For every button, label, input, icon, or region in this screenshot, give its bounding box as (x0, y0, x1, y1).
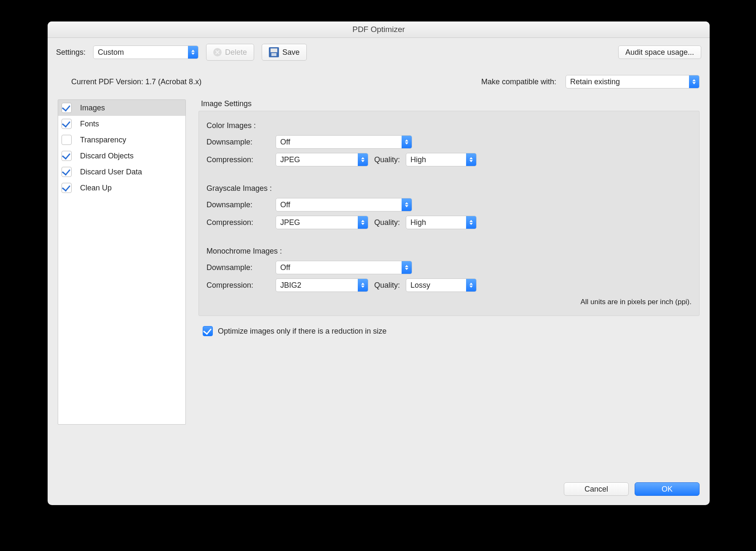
make-compatible-value: Retain existing (566, 78, 689, 86)
gray-compression-select[interactable]: JPEG (276, 216, 368, 229)
delete-button: Delete (206, 44, 254, 61)
mono-quality-value: Lossy (406, 281, 466, 290)
color-quality-value: High (406, 155, 466, 164)
checkbox-discard-user-data[interactable] (62, 167, 72, 177)
mono-downsample-select[interactable]: Off (276, 261, 412, 274)
mono-compression-value: JBIG2 (276, 281, 358, 290)
ok-button[interactable]: OK (635, 482, 700, 496)
checkbox-optimize-only-if-reduction[interactable] (203, 326, 213, 336)
image-settings-title: Image Settings (201, 99, 700, 108)
sidebar-item-label: Clean Up (80, 184, 112, 193)
color-compression-value: JPEG (276, 155, 358, 164)
toolbar: Settings: Custom Delete Save Audit space… (48, 38, 710, 61)
make-compatible-label: Make compatible with: (481, 78, 556, 86)
chevrons-icon (402, 261, 412, 274)
grayscale-images-title: Grayscale Images : (206, 184, 692, 193)
gray-downsample-value: Off (276, 201, 402, 209)
info-row: Current PDF Version: 1.7 (Acrobat 8.x) M… (48, 61, 710, 88)
chevrons-icon (358, 153, 368, 166)
sidebar-item-label: Images (80, 104, 105, 112)
color-compression-select[interactable]: JPEG (276, 153, 368, 166)
settings-label: Settings: (56, 48, 86, 57)
color-downsample-select[interactable]: Off (276, 135, 412, 149)
color-images-title: Color Images : (206, 121, 692, 130)
color-quality-label: Quality: (374, 155, 400, 164)
window-title: PDF Optimizer (48, 21, 710, 38)
gray-compression-label: Compression: (206, 218, 270, 227)
checkbox-fonts[interactable] (62, 119, 72, 129)
sidebar-item-fonts[interactable]: Fonts (58, 116, 185, 132)
sidebar-item-images[interactable]: Images (58, 100, 185, 116)
dialog-buttons: Cancel OK (564, 482, 700, 496)
audit-space-usage-button[interactable]: Audit space usage... (618, 45, 701, 59)
save-button[interactable]: Save (262, 44, 307, 61)
chevrons-icon (689, 75, 699, 88)
delete-button-label: Delete (225, 48, 247, 57)
make-compatible-select[interactable]: Retain existing (566, 75, 700, 88)
mono-quality-select[interactable]: Lossy (406, 278, 477, 292)
cancel-button[interactable]: Cancel (564, 482, 629, 496)
color-quality-select[interactable]: High (406, 153, 477, 166)
gray-quality-label: Quality: (374, 218, 400, 227)
color-downsample-label: Downsample: (206, 138, 270, 147)
category-sidebar: Images Fonts Transparency Discard Object… (58, 99, 186, 425)
gray-quality-value: High (406, 218, 466, 227)
main-panel: Image Settings Color Images : Downsample… (198, 99, 700, 425)
pdf-optimizer-window: PDF Optimizer Settings: Custom Delete Sa… (48, 21, 710, 505)
chevrons-icon (188, 46, 198, 59)
checkbox-images[interactable] (62, 103, 72, 113)
checkbox-clean-up[interactable] (62, 183, 72, 193)
gray-downsample-label: Downsample: (206, 201, 270, 209)
checkbox-transparency[interactable] (62, 135, 72, 145)
chevrons-icon (466, 279, 476, 292)
chevrons-icon (466, 216, 476, 229)
settings-select-value: Custom (94, 48, 188, 57)
image-settings-panel: Color Images : Downsample: Off Compressi… (198, 111, 700, 316)
delete-x-icon (213, 48, 222, 56)
sidebar-item-discard-user-data[interactable]: Discard User Data (58, 164, 185, 180)
color-compression-label: Compression: (206, 155, 270, 164)
chevrons-icon (466, 153, 476, 166)
sidebar-item-discard-objects[interactable]: Discard Objects (58, 148, 185, 164)
optimize-only-label: Optimize images only if there is a reduc… (218, 327, 386, 336)
chevrons-icon (358, 279, 368, 292)
chevrons-icon (358, 216, 368, 229)
sidebar-item-clean-up[interactable]: Clean Up (58, 180, 185, 196)
monochrome-images-title: Monochrome Images : (206, 247, 692, 256)
save-button-label: Save (282, 48, 300, 57)
sidebar-item-label: Transparency (80, 136, 126, 144)
sidebar-item-label: Discard User Data (80, 168, 142, 177)
gray-compression-value: JPEG (276, 218, 358, 227)
mono-quality-label: Quality: (374, 281, 400, 290)
current-pdf-version: Current PDF Version: 1.7 (Acrobat 8.x) (71, 78, 201, 86)
sidebar-item-transparency[interactable]: Transparency (58, 132, 185, 148)
sidebar-item-label: Discard Objects (80, 152, 134, 160)
units-note: All units are in pixels per inch (ppi). (206, 298, 692, 306)
checkbox-discard-objects[interactable] (62, 151, 72, 161)
gray-quality-select[interactable]: High (406, 216, 477, 229)
color-downsample-value: Off (276, 138, 402, 147)
gray-downsample-select[interactable]: Off (276, 198, 412, 211)
chevrons-icon (402, 198, 412, 211)
mono-compression-label: Compression: (206, 281, 270, 290)
sidebar-item-label: Fonts (80, 120, 99, 128)
optimize-only-row: Optimize images only if there is a reduc… (203, 326, 700, 336)
settings-select[interactable]: Custom (93, 45, 198, 59)
floppy-icon (269, 47, 279, 57)
mono-compression-select[interactable]: JBIG2 (276, 278, 368, 292)
chevrons-icon (402, 136, 412, 148)
mono-downsample-label: Downsample: (206, 263, 270, 272)
mono-downsample-value: Off (276, 263, 402, 272)
